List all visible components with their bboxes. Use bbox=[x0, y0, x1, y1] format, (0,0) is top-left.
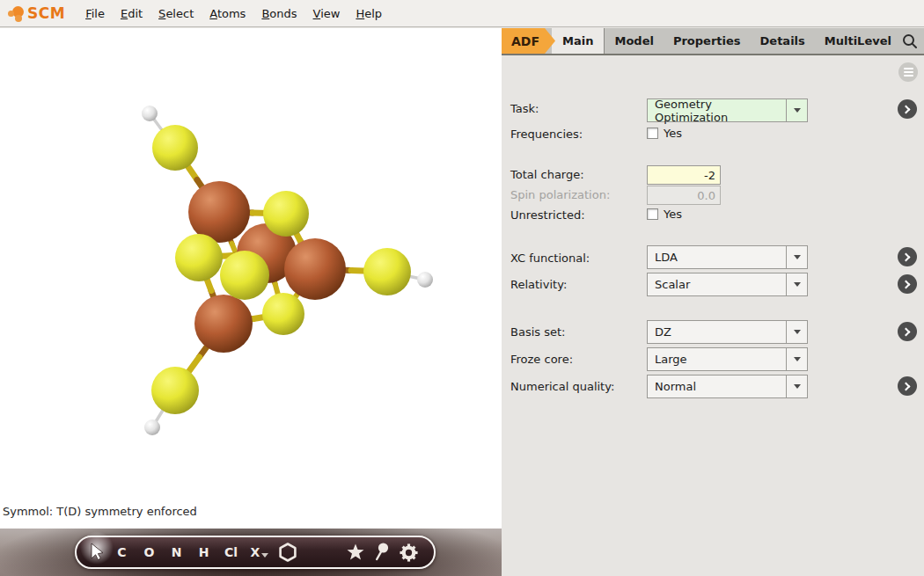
xc-functional-dropdown-button[interactable] bbox=[786, 246, 807, 268]
tab-main[interactable]: Main bbox=[552, 28, 605, 54]
structure-tool-button[interactable] bbox=[342, 543, 369, 562]
unrestricted-checkbox[interactable] bbox=[647, 208, 658, 220]
atom-fe-fe3[interactable] bbox=[284, 238, 346, 300]
relativity-label: Relativity: bbox=[510, 278, 567, 291]
tab-properties[interactable]: Properties bbox=[664, 28, 751, 54]
tab-model[interactable]: Model bbox=[605, 28, 663, 54]
basis-set-value: DZ bbox=[648, 321, 786, 343]
menu-select[interactable]: Select bbox=[150, 4, 202, 24]
dropdown-arrow-icon bbox=[794, 255, 801, 259]
molecule-3d-view[interactable] bbox=[0, 28, 502, 529]
balloon-pointer-icon bbox=[373, 542, 391, 563]
basis-set-dropdown[interactable]: DZ bbox=[647, 320, 808, 344]
detail-arrow-icon bbox=[902, 252, 911, 261]
menu-atoms[interactable]: Atoms bbox=[202, 4, 253, 24]
search-button[interactable] bbox=[901, 28, 924, 54]
spin-polarization-value: 0.0 bbox=[697, 189, 715, 202]
menu-help[interactable]: Help bbox=[348, 4, 390, 24]
dropdown-arrow-icon bbox=[794, 384, 801, 389]
spin-polarization-input: 0.0 bbox=[647, 186, 721, 205]
xc-functional-detail-button[interactable] bbox=[898, 247, 917, 266]
molecule-viewport[interactable]: Symmol: T(D) symmetry enforced bbox=[0, 28, 502, 529]
star-icon bbox=[346, 543, 365, 562]
xc-functional-value: LDA bbox=[648, 246, 786, 268]
atom-fe-fe1[interactable] bbox=[188, 181, 250, 243]
tab-details[interactable]: Details bbox=[751, 28, 815, 54]
hexagon-ring-icon bbox=[277, 542, 298, 563]
total-charge-value: -2 bbox=[704, 169, 715, 182]
atom-s-s3[interactable] bbox=[175, 234, 223, 281]
froze-core-label: Froze core: bbox=[510, 353, 573, 366]
atom-fe-fe4[interactable] bbox=[194, 295, 253, 353]
detail-arrow-icon bbox=[902, 105, 911, 113]
relativity-dropdown-button[interactable] bbox=[786, 273, 807, 295]
detail-arrow-icon bbox=[902, 382, 911, 390]
search-icon bbox=[901, 33, 919, 50]
element-button-h[interactable]: H bbox=[190, 545, 217, 559]
bottom-strip: C O N H Cl X bbox=[0, 529, 502, 576]
unrestricted-label: Unrestricted: bbox=[510, 208, 585, 222]
basis-set-label: Basis set: bbox=[510, 325, 565, 339]
tab-adf[interactable]: ADF bbox=[502, 28, 555, 54]
dropdown-arrow-icon bbox=[794, 330, 801, 334]
element-button-o[interactable]: O bbox=[136, 545, 163, 559]
menu-edit[interactable]: Edit bbox=[113, 4, 150, 24]
menu-view[interactable]: View bbox=[305, 4, 348, 24]
task-dropdown[interactable]: Geometry Optimization bbox=[647, 98, 808, 122]
froze-core-dropdown-button[interactable] bbox=[786, 348, 807, 370]
task-dropdown-button[interactable] bbox=[786, 99, 807, 121]
total-charge-input[interactable]: -2 bbox=[647, 165, 721, 185]
relativity-value: Scalar bbox=[648, 273, 786, 295]
frequencies-checkbox-label: Yes bbox=[664, 127, 682, 140]
relativity-dropdown[interactable]: Scalar bbox=[647, 273, 808, 296]
task-value: Geometry Optimization bbox=[648, 99, 786, 121]
basis-set-detail-button[interactable] bbox=[898, 322, 917, 341]
task-detail-button[interactable] bbox=[898, 99, 917, 119]
total-charge-label: Total charge: bbox=[510, 168, 584, 181]
atom-s-s7[interactable] bbox=[151, 367, 199, 414]
panel-menu-button[interactable] bbox=[898, 62, 918, 82]
tab-bar: ADF Main Model Properties Details MultiL… bbox=[502, 28, 924, 55]
froze-core-value: Large bbox=[648, 348, 786, 370]
atom-h-h1[interactable] bbox=[142, 106, 158, 121]
atom-h-h2[interactable] bbox=[417, 272, 433, 288]
scm-logo: SCM bbox=[7, 4, 65, 23]
unrestricted-checkbox-label: Yes bbox=[664, 208, 682, 221]
menu-bonds[interactable]: Bonds bbox=[253, 4, 304, 24]
element-x-dropdown-icon bbox=[261, 553, 268, 558]
atom-s-s5[interactable] bbox=[363, 248, 411, 295]
xc-functional-label: XC functional: bbox=[510, 252, 590, 265]
ring-tool-button[interactable] bbox=[275, 542, 301, 563]
dropdown-arrow-icon bbox=[794, 108, 801, 113]
dropdown-arrow-icon bbox=[794, 357, 801, 361]
element-button-cl[interactable]: Cl bbox=[217, 545, 245, 559]
pointer-balloon-tool-button[interactable] bbox=[369, 542, 395, 563]
atom-s-s2[interactable] bbox=[263, 191, 309, 237]
gear-icon bbox=[399, 543, 419, 563]
spin-polarization-label: Spin polarization: bbox=[510, 188, 610, 201]
tools-gear-button[interactable] bbox=[395, 543, 422, 563]
task-label: Task: bbox=[510, 102, 539, 115]
frequencies-checkbox[interactable] bbox=[647, 128, 658, 139]
select-tool-button[interactable] bbox=[85, 542, 108, 563]
menu-file[interactable]: File bbox=[77, 4, 113, 24]
scm-logo-icon bbox=[7, 4, 26, 23]
atom-h-h3[interactable] bbox=[144, 419, 160, 435]
atom-s-s1[interactable] bbox=[152, 125, 198, 171]
numerical-quality-dropdown-button[interactable] bbox=[786, 375, 807, 397]
numerical-quality-dropdown[interactable]: Normal bbox=[647, 375, 808, 398]
relativity-detail-button[interactable] bbox=[898, 274, 917, 294]
detail-arrow-icon bbox=[902, 327, 911, 336]
tab-multilevel[interactable]: MultiLevel bbox=[815, 28, 901, 54]
element-button-x[interactable]: X bbox=[245, 545, 275, 559]
detail-arrow-icon bbox=[902, 280, 911, 288]
element-toolbar: C O N H Cl X bbox=[75, 536, 436, 569]
basis-set-dropdown-button[interactable] bbox=[786, 321, 807, 343]
numerical-quality-detail-button[interactable] bbox=[898, 376, 917, 396]
atom-s-s4[interactable] bbox=[220, 251, 269, 300]
xc-functional-dropdown[interactable]: LDA bbox=[647, 245, 808, 269]
menu-bar: SCM File Edit Select Atoms Bonds View He… bbox=[0, 0, 924, 27]
froze-core-dropdown[interactable]: Large bbox=[647, 347, 808, 371]
atom-s-s6[interactable] bbox=[262, 293, 304, 335]
element-button-n[interactable]: N bbox=[163, 545, 190, 559]
